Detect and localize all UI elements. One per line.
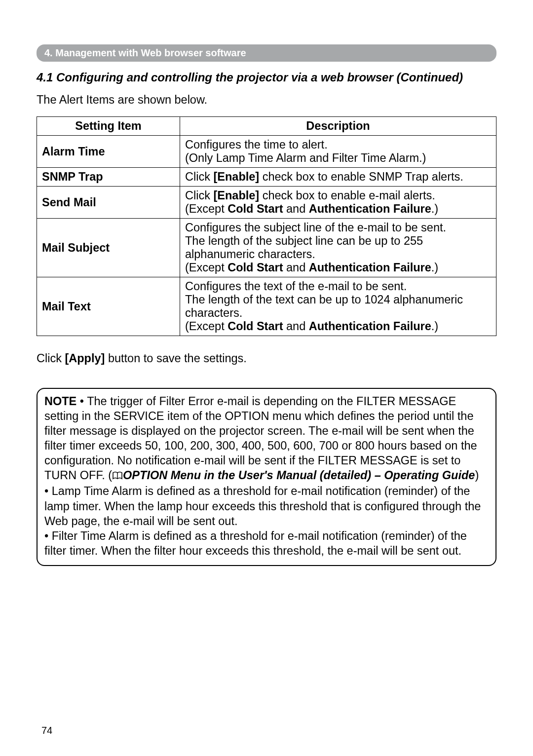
cell-name: Mail Text <box>37 277 180 336</box>
settings-table: Setting Item Description Alarm Time Conf… <box>37 116 496 336</box>
section-heading: 4.1 Configuring and controlling the proj… <box>37 71 496 84</box>
cell-desc: Click [Enable] check box to enable e-mai… <box>180 187 496 219</box>
cell-name: Send Mail <box>37 187 180 219</box>
table-row: Alarm Time Configures the time to alert.… <box>37 136 496 168</box>
cell-desc: Click [Enable] check box to enable SNMP … <box>180 168 496 187</box>
note-label: NOTE <box>44 395 76 408</box>
table-header-row: Setting Item Description <box>37 117 496 136</box>
reference-title: OPTION Menu in the User's Manual (detail… <box>123 469 475 482</box>
cold-start-label: Cold Start <box>228 261 283 274</box>
cell-desc: Configures the subject line of the e-mai… <box>180 219 496 277</box>
text: and <box>283 202 308 215</box>
text: Click <box>37 352 65 365</box>
text: .) <box>431 202 438 215</box>
text: and <box>283 320 308 333</box>
apply-text: Click [Apply] button to save the setting… <box>37 352 496 365</box>
text: Click <box>185 170 213 183</box>
text: check box to enable SNMP Trap alerts. <box>259 170 463 183</box>
apply-button-label: [Apply] <box>65 352 105 365</box>
text: Click <box>185 189 213 202</box>
note-text: • Filter Time Alarm is defined as a thre… <box>44 529 467 557</box>
auth-failure-label: Authentication Failure <box>309 261 431 274</box>
cell-name: Mail Subject <box>37 219 180 277</box>
cell-desc: Configures the time to alert. (Only Lamp… <box>180 136 496 168</box>
table-row: Mail Text Configures the text of the e-m… <box>37 277 496 336</box>
note-box: NOTE • The trigger of Filter Error e-mai… <box>37 388 496 566</box>
enable-label: [Enable] <box>213 189 259 202</box>
table-row: Mail Subject Configures the subject line… <box>37 219 496 277</box>
intro-text: The Alert Items are shown below. <box>37 93 496 107</box>
text: and <box>283 261 308 274</box>
cell-name: Alarm Time <box>37 136 180 168</box>
cell-name: SNMP Trap <box>37 168 180 187</box>
text: button to save the settings. <box>105 352 246 365</box>
table-row: SNMP Trap Click [Enable] check box to en… <box>37 168 496 187</box>
book-icon <box>112 469 123 484</box>
page-number: 74 <box>41 725 52 736</box>
auth-failure-label: Authentication Failure <box>309 202 431 215</box>
auth-failure-label: Authentication Failure <box>309 320 431 333</box>
note-text: • Lamp Time Alarm is defined as a thresh… <box>44 485 481 527</box>
header-description: Description <box>180 117 496 136</box>
text: .) <box>431 261 438 274</box>
cold-start-label: Cold Start <box>228 320 283 333</box>
text: .) <box>431 320 438 333</box>
cell-desc: Configures the text of the e-mail to be … <box>180 277 496 336</box>
table-row: Send Mail Click [Enable] check box to en… <box>37 187 496 219</box>
page: 4. Management with Web browser software … <box>0 0 533 756</box>
text: ) <box>475 469 479 482</box>
section-banner: 4. Management with Web browser software <box>37 44 496 62</box>
cold-start-label: Cold Start <box>228 202 283 215</box>
enable-label: [Enable] <box>213 170 259 183</box>
header-setting-item: Setting Item <box>37 117 180 136</box>
